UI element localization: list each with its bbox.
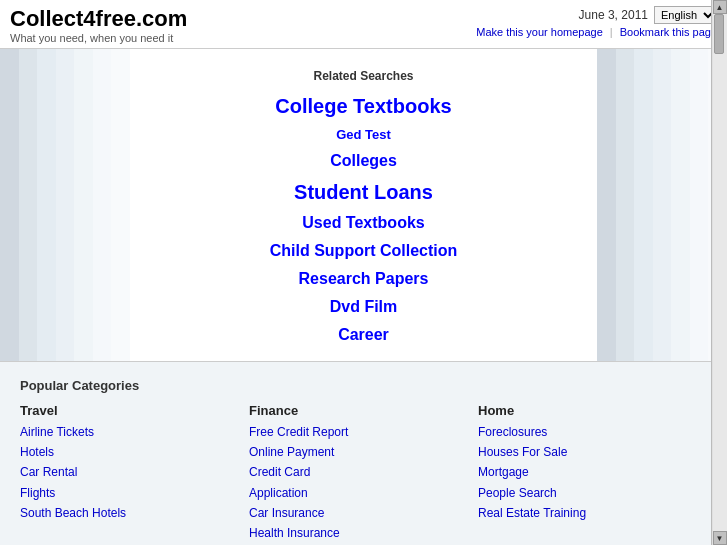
related-link-8[interactable]: Career xyxy=(164,323,564,347)
related-link-6[interactable]: Research Papers xyxy=(164,267,564,291)
stripe-r5 xyxy=(671,49,690,361)
stripe-2 xyxy=(19,49,38,361)
header-links: Make this your homepage | Bookmark this … xyxy=(476,26,717,38)
related-searches-label: Related Searches xyxy=(313,69,413,83)
cat-link-1-4[interactable]: Car Insurance xyxy=(249,503,478,523)
cat-link-2-0[interactable]: Foreclosures xyxy=(478,422,707,442)
related-link-2[interactable]: Colleges xyxy=(164,149,564,173)
left-decoration xyxy=(0,49,130,361)
related-links-container: College TextbooksGed TestCollegesStudent… xyxy=(164,91,564,351)
cat-link-1-5[interactable]: Health Insurance xyxy=(249,523,478,543)
stripe-r1 xyxy=(597,49,616,361)
popular-categories-label: Popular Categories xyxy=(20,378,707,393)
related-link-5[interactable]: Child Support Collection xyxy=(164,239,564,263)
cat-link-2-2[interactable]: Mortgage xyxy=(478,462,707,482)
header-right: June 3, 2011 English Make this your home… xyxy=(476,6,717,38)
stripe-r3 xyxy=(634,49,653,361)
logo-subtitle: What you need, when you need it xyxy=(10,32,187,44)
header-date: June 3, 2011 English xyxy=(476,6,717,24)
logo-block: Collect4free.com What you need, when you… xyxy=(10,6,187,44)
related-link-4[interactable]: Used Textbooks xyxy=(164,211,564,235)
stripe-6 xyxy=(93,49,112,361)
language-select[interactable]: English xyxy=(654,6,717,24)
category-title-1: Finance xyxy=(249,403,478,418)
stripe-r4 xyxy=(653,49,672,361)
header: Collect4free.com What you need, when you… xyxy=(0,0,727,49)
cat-link-1-2[interactable]: Credit Card xyxy=(249,462,478,482)
cat-link-2-4[interactable]: Real Estate Training xyxy=(478,503,707,523)
category-col-1: FinanceFree Credit ReportOnline PaymentC… xyxy=(249,403,478,544)
stripe-r2 xyxy=(616,49,635,361)
bookmark-link[interactable]: Bookmark this page xyxy=(620,26,717,38)
stripe-7 xyxy=(111,49,130,361)
related-link-3[interactable]: Student Loans xyxy=(164,177,564,207)
stripe-r6 xyxy=(690,49,709,361)
cat-link-0-4[interactable]: South Beach Hotels xyxy=(20,503,249,523)
cat-link-1-1[interactable]: Online Payment xyxy=(249,442,478,462)
cat-link-0-1[interactable]: Hotels xyxy=(20,442,249,462)
scroll-down-arrow[interactable]: ▼ xyxy=(713,531,727,545)
cat-link-0-2[interactable]: Car Rental xyxy=(20,462,249,482)
stripe-3 xyxy=(37,49,56,361)
scrollbar[interactable]: ▲ ▼ xyxy=(711,0,727,545)
stripe-5 xyxy=(74,49,93,361)
category-title-2: Home xyxy=(478,403,707,418)
category-col-0: TravelAirline TicketsHotelsCar RentalFli… xyxy=(20,403,249,544)
scroll-up-arrow[interactable]: ▲ xyxy=(713,0,727,14)
categories-grid: TravelAirline TicketsHotelsCar RentalFli… xyxy=(20,403,707,544)
category-title-0: Travel xyxy=(20,403,249,418)
cat-link-2-3[interactable]: People Search xyxy=(478,483,707,503)
link-separator: | xyxy=(610,26,616,38)
main-content: Related Searches College TextbooksGed Te… xyxy=(0,49,727,361)
category-col-2: HomeForeclosuresHouses For SaleMortgageP… xyxy=(478,403,707,544)
cat-link-1-0[interactable]: Free Credit Report xyxy=(249,422,478,442)
homepage-link[interactable]: Make this your homepage xyxy=(476,26,603,38)
cat-link-1-3[interactable]: Application xyxy=(249,483,478,503)
categories-section: Popular Categories TravelAirline Tickets… xyxy=(0,361,727,546)
cat-link-0-3[interactable]: Flights xyxy=(20,483,249,503)
scroll-track[interactable] xyxy=(713,14,727,531)
cat-link-0-0[interactable]: Airline Tickets xyxy=(20,422,249,442)
related-link-1[interactable]: Ged Test xyxy=(164,125,564,145)
related-link-7[interactable]: Dvd Film xyxy=(164,295,564,319)
logo-title[interactable]: Collect4free.com xyxy=(10,6,187,32)
cat-link-2-1[interactable]: Houses For Sale xyxy=(478,442,707,462)
stripe-4 xyxy=(56,49,75,361)
related-link-0[interactable]: College Textbooks xyxy=(164,91,564,121)
right-decoration xyxy=(597,49,727,361)
scroll-thumb[interactable] xyxy=(714,14,724,54)
date-text: June 3, 2011 xyxy=(579,8,648,22)
stripe-1 xyxy=(0,49,19,361)
